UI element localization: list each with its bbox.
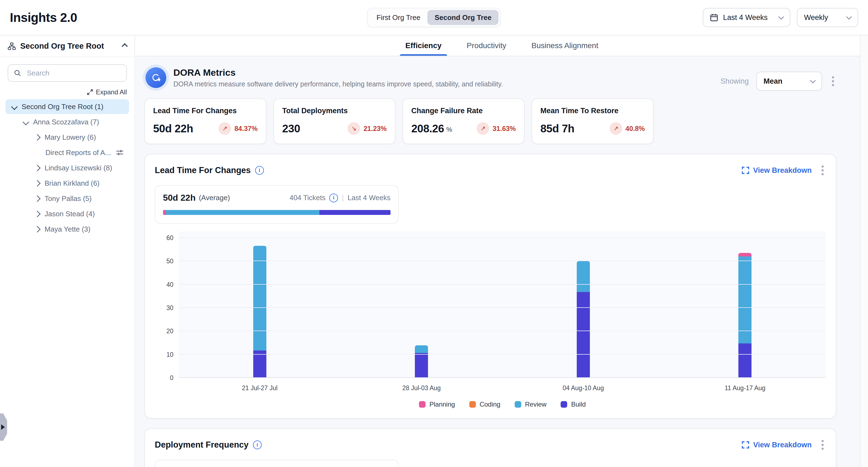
dora-subtitle: DORA metrics measure software delivery p… bbox=[174, 80, 503, 88]
legend-swatch bbox=[419, 401, 426, 408]
trend-badge: ↗31.63% bbox=[477, 122, 516, 135]
expand-all-button[interactable]: Expand All bbox=[8, 88, 127, 96]
stacked-bar bbox=[738, 253, 751, 378]
bar-segment-build bbox=[577, 292, 590, 378]
search-input[interactable] bbox=[26, 68, 121, 78]
tree-item[interactable]: Direct Reports of A... bbox=[5, 145, 129, 160]
tree-item-label: Maya Yette (3) bbox=[44, 225, 91, 234]
bar-segment-build bbox=[253, 350, 266, 378]
bar-segment-build bbox=[738, 343, 751, 378]
bar-segment-review bbox=[415, 345, 428, 353]
legend-swatch bbox=[515, 401, 521, 408]
org-toggle-option[interactable]: Second Org Tree bbox=[428, 10, 499, 25]
chevron-down-icon bbox=[810, 77, 816, 83]
legend-item-coding: Coding bbox=[469, 401, 500, 408]
chevron-down-icon bbox=[778, 14, 784, 20]
sidebar-search[interactable] bbox=[8, 64, 127, 82]
sidebar-org-header-label: Second Org Tree Root bbox=[20, 41, 104, 51]
info-icon[interactable]: i bbox=[253, 440, 262, 449]
dora-metric-cards: Lead Time For Changes50d 22h↗84.37%Total… bbox=[145, 98, 836, 144]
metric-value: 50d 22h bbox=[153, 123, 193, 135]
scrollbar-gutter[interactable] bbox=[860, 35, 868, 467]
metric-value: 85d 7h bbox=[540, 123, 574, 135]
expand-all-label: Expand All bbox=[96, 88, 127, 96]
tree-item-label: Brian Kirkland (6) bbox=[44, 179, 99, 188]
chart-legend: PlanningCodingReviewBuild bbox=[179, 401, 826, 408]
org-toggle-option[interactable]: First Org Tree bbox=[369, 10, 428, 25]
summary-bar-segment-planning bbox=[163, 210, 166, 215]
y-axis-tick-label: 20 bbox=[157, 328, 174, 335]
filter-sliders-icon[interactable] bbox=[116, 149, 124, 156]
date-range-select[interactable]: Last 4 Weeks bbox=[703, 8, 790, 27]
summary-qualifier: (Average) bbox=[199, 194, 230, 202]
org-tree-toggle[interactable]: First Org TreeSecond Org Tree bbox=[367, 8, 501, 27]
chevron-right-icon bbox=[34, 211, 40, 217]
trend-badge: ↗40.8% bbox=[610, 122, 645, 135]
trend-percent: 40.8% bbox=[625, 125, 645, 133]
metric-unit: % bbox=[446, 126, 452, 133]
deployment-frequency-title: Deployment Frequency bbox=[155, 440, 249, 450]
lead-time-title: Lead Time For Changes bbox=[155, 165, 251, 175]
trend-down-arrow-icon: ↘ bbox=[348, 122, 360, 135]
gridline bbox=[179, 354, 826, 354]
stacked-bar bbox=[415, 345, 428, 378]
tree-item[interactable]: Mary Lowery (6) bbox=[5, 130, 129, 145]
tree-item[interactable]: Jason Stead (4) bbox=[5, 207, 129, 221]
y-axis-tick-label: 60 bbox=[157, 234, 174, 242]
tab-label: Business Alignment bbox=[531, 41, 598, 50]
showing-select[interactable]: Mean bbox=[756, 72, 822, 91]
y-axis-tick-label: 30 bbox=[157, 304, 174, 312]
stacked-bar bbox=[253, 246, 266, 378]
metric-title: Lead Time For Changes bbox=[153, 106, 258, 115]
chevron-down-icon bbox=[23, 119, 29, 125]
gridline bbox=[179, 260, 826, 261]
gridline bbox=[179, 284, 826, 285]
sidebar-org-header[interactable]: Second Org Tree Root bbox=[0, 35, 134, 57]
bar-segment-build bbox=[415, 353, 428, 378]
tab-productivity[interactable]: Productivity bbox=[461, 35, 512, 56]
dora-kebab-menu[interactable] bbox=[830, 74, 836, 88]
org-tree: Second Org Tree Root (1)Anna Scozzafava … bbox=[0, 99, 134, 237]
trend-up-arrow-icon: ↗ bbox=[218, 122, 231, 135]
tree-item[interactable]: Brian Kirkland (6) bbox=[5, 176, 129, 191]
main-area: EfficiencyProductivityBusiness Alignment… bbox=[136, 35, 868, 467]
granularity-value: Weekly bbox=[804, 13, 828, 22]
sidebar: Second Org Tree Root Expand All Second O… bbox=[0, 35, 135, 467]
legend-label: Build bbox=[571, 401, 586, 408]
tree-item-label: Lindsay Liszewski (8) bbox=[44, 164, 112, 172]
tree-item-label: Anna Scozzafava (7) bbox=[33, 118, 99, 126]
lead-time-kebab-menu[interactable] bbox=[819, 163, 826, 178]
view-breakdown-label: View Breakdown bbox=[753, 441, 812, 449]
metric-title: Change Failure Rate bbox=[411, 106, 516, 115]
tree-item[interactable]: Lindsay Liszewski (8) bbox=[5, 160, 129, 175]
info-icon[interactable]: i bbox=[329, 194, 338, 202]
main-content: DORA Metrics DORA metrics measure softwa… bbox=[136, 56, 868, 467]
info-icon[interactable]: i bbox=[255, 166, 264, 175]
x-axis-tick-label: 11 Aug-17 Aug bbox=[664, 384, 826, 392]
chart-bar-column bbox=[664, 231, 826, 378]
tree-item[interactable]: Tony Pallas (5) bbox=[5, 191, 129, 206]
chevron-right-icon bbox=[34, 165, 40, 171]
summary-bar-segment-review bbox=[166, 210, 319, 215]
separator: | bbox=[342, 194, 344, 202]
expand-corners-icon bbox=[742, 166, 749, 174]
y-axis-tick-label: 50 bbox=[157, 257, 174, 265]
tree-item[interactable]: Maya Yette (3) bbox=[5, 222, 129, 237]
lead-time-card: Lead Time For Changes i View Breakdown bbox=[145, 154, 836, 418]
legend-swatch bbox=[469, 401, 476, 408]
granularity-select[interactable]: Weekly bbox=[797, 8, 858, 27]
y-axis-tick-label: 0 bbox=[157, 374, 174, 382]
tab-business-alignment[interactable]: Business Alignment bbox=[526, 35, 603, 56]
dora-title: DORA Metrics bbox=[174, 67, 503, 78]
stacked-bar bbox=[577, 261, 590, 378]
tab-efficiency[interactable]: Efficiency bbox=[400, 35, 447, 56]
metric-card: Total Deployments230↘21.23% bbox=[274, 98, 396, 144]
chevron-right-icon bbox=[34, 195, 40, 202]
lead-time-view-breakdown[interactable]: View Breakdown bbox=[742, 166, 812, 175]
deployment-kebab-menu[interactable] bbox=[819, 438, 826, 452]
showing-value: Mean bbox=[764, 77, 782, 86]
deployment-view-breakdown[interactable]: View Breakdown bbox=[742, 441, 812, 449]
tree-item[interactable]: Anna Scozzafava (7) bbox=[5, 115, 129, 129]
tree-item[interactable]: Second Org Tree Root (1) bbox=[5, 99, 129, 114]
tree-item-label: Tony Pallas (5) bbox=[44, 194, 92, 203]
